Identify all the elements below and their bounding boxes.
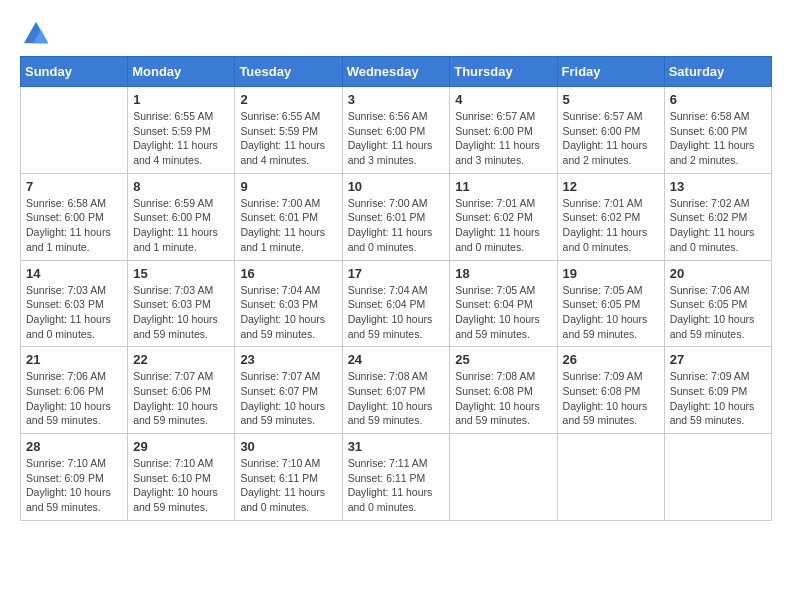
calendar-cell: 29Sunrise: 7:10 AM Sunset: 6:10 PM Dayli… <box>128 434 235 521</box>
day-number: 3 <box>348 92 445 107</box>
calendar-cell: 2Sunrise: 6:55 AM Sunset: 5:59 PM Daylig… <box>235 87 342 174</box>
day-info: Sunrise: 7:10 AM Sunset: 6:10 PM Dayligh… <box>133 456 229 515</box>
calendar-cell: 9Sunrise: 7:00 AM Sunset: 6:01 PM Daylig… <box>235 173 342 260</box>
calendar-cell: 24Sunrise: 7:08 AM Sunset: 6:07 PM Dayli… <box>342 347 450 434</box>
day-info: Sunrise: 7:00 AM Sunset: 6:01 PM Dayligh… <box>240 196 336 255</box>
calendar-header-saturday: Saturday <box>664 57 771 87</box>
calendar-cell: 5Sunrise: 6:57 AM Sunset: 6:00 PM Daylig… <box>557 87 664 174</box>
day-number: 25 <box>455 352 551 367</box>
day-info: Sunrise: 6:57 AM Sunset: 6:00 PM Dayligh… <box>455 109 551 168</box>
calendar-cell: 31Sunrise: 7:11 AM Sunset: 6:11 PM Dayli… <box>342 434 450 521</box>
logo-icon <box>22 20 50 48</box>
day-number: 21 <box>26 352 122 367</box>
day-number: 30 <box>240 439 336 454</box>
calendar-cell: 15Sunrise: 7:03 AM Sunset: 6:03 PM Dayli… <box>128 260 235 347</box>
calendar-cell: 27Sunrise: 7:09 AM Sunset: 6:09 PM Dayli… <box>664 347 771 434</box>
day-info: Sunrise: 7:10 AM Sunset: 6:09 PM Dayligh… <box>26 456 122 515</box>
calendar-cell: 6Sunrise: 6:58 AM Sunset: 6:00 PM Daylig… <box>664 87 771 174</box>
day-info: Sunrise: 7:05 AM Sunset: 6:05 PM Dayligh… <box>563 283 659 342</box>
day-info: Sunrise: 6:58 AM Sunset: 6:00 PM Dayligh… <box>26 196 122 255</box>
calendar-cell <box>557 434 664 521</box>
calendar-cell: 16Sunrise: 7:04 AM Sunset: 6:03 PM Dayli… <box>235 260 342 347</box>
calendar-header-friday: Friday <box>557 57 664 87</box>
calendar-cell: 3Sunrise: 6:56 AM Sunset: 6:00 PM Daylig… <box>342 87 450 174</box>
calendar-header-monday: Monday <box>128 57 235 87</box>
calendar-cell: 14Sunrise: 7:03 AM Sunset: 6:03 PM Dayli… <box>21 260 128 347</box>
calendar-header-row: SundayMondayTuesdayWednesdayThursdayFrid… <box>21 57 772 87</box>
calendar-cell: 22Sunrise: 7:07 AM Sunset: 6:06 PM Dayli… <box>128 347 235 434</box>
page-header <box>20 20 772 48</box>
day-number: 5 <box>563 92 659 107</box>
day-number: 16 <box>240 266 336 281</box>
day-number: 29 <box>133 439 229 454</box>
day-number: 8 <box>133 179 229 194</box>
calendar-header-tuesday: Tuesday <box>235 57 342 87</box>
day-number: 9 <box>240 179 336 194</box>
calendar-cell: 20Sunrise: 7:06 AM Sunset: 6:05 PM Dayli… <box>664 260 771 347</box>
day-number: 7 <box>26 179 122 194</box>
calendar-week-row: 14Sunrise: 7:03 AM Sunset: 6:03 PM Dayli… <box>21 260 772 347</box>
day-info: Sunrise: 7:05 AM Sunset: 6:04 PM Dayligh… <box>455 283 551 342</box>
calendar-cell: 28Sunrise: 7:10 AM Sunset: 6:09 PM Dayli… <box>21 434 128 521</box>
day-info: Sunrise: 7:00 AM Sunset: 6:01 PM Dayligh… <box>348 196 445 255</box>
calendar-cell: 4Sunrise: 6:57 AM Sunset: 6:00 PM Daylig… <box>450 87 557 174</box>
day-info: Sunrise: 6:58 AM Sunset: 6:00 PM Dayligh… <box>670 109 766 168</box>
day-number: 2 <box>240 92 336 107</box>
day-info: Sunrise: 7:01 AM Sunset: 6:02 PM Dayligh… <box>563 196 659 255</box>
day-info: Sunrise: 7:08 AM Sunset: 6:08 PM Dayligh… <box>455 369 551 428</box>
calendar-header-thursday: Thursday <box>450 57 557 87</box>
day-info: Sunrise: 7:09 AM Sunset: 6:08 PM Dayligh… <box>563 369 659 428</box>
day-number: 24 <box>348 352 445 367</box>
calendar-cell: 10Sunrise: 7:00 AM Sunset: 6:01 PM Dayli… <box>342 173 450 260</box>
calendar-week-row: 28Sunrise: 7:10 AM Sunset: 6:09 PM Dayli… <box>21 434 772 521</box>
calendar-cell: 25Sunrise: 7:08 AM Sunset: 6:08 PM Dayli… <box>450 347 557 434</box>
day-info: Sunrise: 7:07 AM Sunset: 6:07 PM Dayligh… <box>240 369 336 428</box>
day-info: Sunrise: 7:09 AM Sunset: 6:09 PM Dayligh… <box>670 369 766 428</box>
calendar-header-wednesday: Wednesday <box>342 57 450 87</box>
calendar-cell: 21Sunrise: 7:06 AM Sunset: 6:06 PM Dayli… <box>21 347 128 434</box>
calendar-cell: 17Sunrise: 7:04 AM Sunset: 6:04 PM Dayli… <box>342 260 450 347</box>
day-number: 6 <box>670 92 766 107</box>
day-info: Sunrise: 7:11 AM Sunset: 6:11 PM Dayligh… <box>348 456 445 515</box>
day-number: 15 <box>133 266 229 281</box>
calendar-cell: 26Sunrise: 7:09 AM Sunset: 6:08 PM Dayli… <box>557 347 664 434</box>
day-number: 14 <box>26 266 122 281</box>
day-info: Sunrise: 7:03 AM Sunset: 6:03 PM Dayligh… <box>26 283 122 342</box>
calendar-table: SundayMondayTuesdayWednesdayThursdayFrid… <box>20 56 772 521</box>
day-number: 1 <box>133 92 229 107</box>
day-number: 22 <box>133 352 229 367</box>
day-info: Sunrise: 6:56 AM Sunset: 6:00 PM Dayligh… <box>348 109 445 168</box>
day-info: Sunrise: 7:03 AM Sunset: 6:03 PM Dayligh… <box>133 283 229 342</box>
day-number: 28 <box>26 439 122 454</box>
day-info: Sunrise: 6:55 AM Sunset: 5:59 PM Dayligh… <box>240 109 336 168</box>
logo <box>20 20 50 48</box>
day-number: 31 <box>348 439 445 454</box>
calendar-cell: 23Sunrise: 7:07 AM Sunset: 6:07 PM Dayli… <box>235 347 342 434</box>
day-info: Sunrise: 7:08 AM Sunset: 6:07 PM Dayligh… <box>348 369 445 428</box>
calendar-cell <box>21 87 128 174</box>
day-number: 26 <box>563 352 659 367</box>
day-number: 10 <box>348 179 445 194</box>
day-info: Sunrise: 7:10 AM Sunset: 6:11 PM Dayligh… <box>240 456 336 515</box>
calendar-cell: 13Sunrise: 7:02 AM Sunset: 6:02 PM Dayli… <box>664 173 771 260</box>
calendar-week-row: 21Sunrise: 7:06 AM Sunset: 6:06 PM Dayli… <box>21 347 772 434</box>
day-info: Sunrise: 7:04 AM Sunset: 6:03 PM Dayligh… <box>240 283 336 342</box>
day-info: Sunrise: 7:06 AM Sunset: 6:05 PM Dayligh… <box>670 283 766 342</box>
calendar-cell: 19Sunrise: 7:05 AM Sunset: 6:05 PM Dayli… <box>557 260 664 347</box>
calendar-week-row: 7Sunrise: 6:58 AM Sunset: 6:00 PM Daylig… <box>21 173 772 260</box>
day-info: Sunrise: 7:01 AM Sunset: 6:02 PM Dayligh… <box>455 196 551 255</box>
day-number: 23 <box>240 352 336 367</box>
day-number: 17 <box>348 266 445 281</box>
calendar-cell: 18Sunrise: 7:05 AM Sunset: 6:04 PM Dayli… <box>450 260 557 347</box>
calendar-cell: 12Sunrise: 7:01 AM Sunset: 6:02 PM Dayli… <box>557 173 664 260</box>
day-info: Sunrise: 7:02 AM Sunset: 6:02 PM Dayligh… <box>670 196 766 255</box>
day-number: 4 <box>455 92 551 107</box>
day-info: Sunrise: 6:59 AM Sunset: 6:00 PM Dayligh… <box>133 196 229 255</box>
calendar-cell: 11Sunrise: 7:01 AM Sunset: 6:02 PM Dayli… <box>450 173 557 260</box>
calendar-header-sunday: Sunday <box>21 57 128 87</box>
calendar-cell: 7Sunrise: 6:58 AM Sunset: 6:00 PM Daylig… <box>21 173 128 260</box>
day-number: 12 <box>563 179 659 194</box>
calendar-cell: 30Sunrise: 7:10 AM Sunset: 6:11 PM Dayli… <box>235 434 342 521</box>
calendar-cell: 8Sunrise: 6:59 AM Sunset: 6:00 PM Daylig… <box>128 173 235 260</box>
day-number: 13 <box>670 179 766 194</box>
